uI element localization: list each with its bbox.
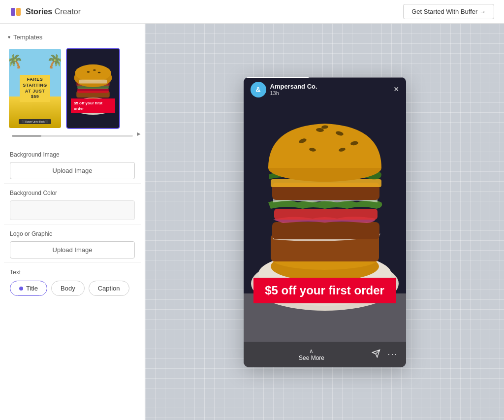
scroll-right-arrow[interactable]: ▶ bbox=[137, 131, 141, 136]
story-username: Ampersand Co. bbox=[270, 83, 394, 90]
text-tabs: Title Body Caption bbox=[10, 281, 135, 296]
body-tab-label: Body bbox=[61, 285, 75, 292]
text-label: Text bbox=[10, 269, 135, 276]
app-header: Stories Creator Get Started With Buffer … bbox=[0, 0, 504, 24]
logo-graphic-section: Logo or Graphic Upload Image bbox=[4, 224, 141, 262]
background-color-picker[interactable] bbox=[10, 200, 135, 220]
logo-text: Stories Creator bbox=[26, 7, 81, 16]
background-color-section: Background Color bbox=[4, 183, 141, 224]
template-card-beach-inner: 🌴 🌴 FARESSTARTINGAT JUST$59 ⬛ Swipe Up t… bbox=[9, 49, 61, 128]
templates-section-header[interactable]: ▾ Templates bbox=[4, 30, 141, 46]
title-tab-dot bbox=[19, 287, 23, 291]
svg-rect-14 bbox=[79, 80, 107, 84]
text-section: Text Title Body Caption bbox=[4, 262, 141, 302]
story-progress-bar bbox=[244, 77, 406, 78]
templates-scroll-area: ▶ bbox=[4, 135, 141, 145]
burger-scene-svg bbox=[244, 77, 406, 367]
canvas-area: & Ampersand Co. 13h × $5 off your first … bbox=[145, 24, 504, 420]
background-image-label: Background Image bbox=[10, 151, 135, 158]
template-card-burger-inner: $5 off your first order bbox=[67, 49, 119, 128]
story-image: & Ampersand Co. 13h × $5 off your first … bbox=[244, 77, 406, 367]
story-avatar: & bbox=[251, 82, 266, 97]
story-time: 13h bbox=[270, 90, 394, 96]
svg-rect-0 bbox=[11, 8, 15, 16]
template-beach-bg: 🌴 🌴 FARESSTARTINGAT JUST$59 ⬛ Swipe Up t… bbox=[9, 49, 61, 128]
buffer-cta-button[interactable]: Get Started With Buffer → bbox=[403, 4, 494, 19]
see-more-area: ∧ See More bbox=[252, 348, 372, 361]
stories-logo-icon bbox=[10, 6, 22, 18]
logo-area: Stories Creator bbox=[10, 6, 81, 18]
background-color-label: Background Color bbox=[10, 190, 135, 196]
caption-tab-label: Caption bbox=[98, 285, 120, 292]
story-progress-fill bbox=[244, 77, 309, 78]
templates-grid: 🌴 🌴 FARESSTARTINGAT JUST$59 ⬛ Swipe Up t… bbox=[4, 46, 141, 135]
sidebar: ▾ Templates 🌴 🌴 FARESSTARTINGAT JUST$59 … bbox=[0, 24, 145, 420]
main-layout: ▾ Templates 🌴 🌴 FARESSTARTINGAT JUST$59 … bbox=[0, 24, 504, 420]
templates-label: Templates bbox=[13, 33, 42, 41]
upload-background-image-button[interactable]: Upload Image bbox=[10, 162, 135, 179]
svg-point-12 bbox=[93, 69, 96, 71]
svg-point-10 bbox=[75, 65, 111, 82]
story-close-button[interactable]: × bbox=[394, 84, 399, 95]
text-tab-title[interactable]: Title bbox=[10, 281, 47, 296]
title-tab-label: Title bbox=[26, 285, 38, 292]
templates-arrow: ▾ bbox=[8, 34, 10, 40]
template-beach-text: FARESSTARTINGAT JUST$59 bbox=[20, 75, 50, 102]
template-beach-footer: ⬛ Swipe Up to Book ⬛ bbox=[19, 119, 52, 124]
template-burger-image bbox=[67, 49, 119, 128]
svg-rect-23 bbox=[274, 209, 378, 220]
story-footer-icons: ··· bbox=[372, 349, 398, 360]
story-header: & Ampersand Co. 13h × bbox=[244, 77, 406, 101]
sidebar-scrollbar-thumb bbox=[12, 135, 41, 137]
see-more-label: See More bbox=[299, 355, 324, 361]
svg-point-11 bbox=[87, 71, 90, 73]
template-card-burger[interactable]: $5 off your first order bbox=[66, 48, 120, 129]
template-burger-bg: $5 off your first order bbox=[67, 49, 119, 128]
story-caption-text: $5 off your first order bbox=[253, 278, 396, 303]
story-phone-mockup: & Ampersand Co. 13h × $5 off your first … bbox=[244, 77, 406, 367]
logo-graphic-label: Logo or Graphic bbox=[10, 230, 135, 237]
story-user-info: Ampersand Co. 13h bbox=[270, 83, 394, 96]
upload-logo-image-button[interactable]: Upload Image bbox=[10, 241, 135, 258]
palm-right-icon: 🌴 bbox=[44, 52, 62, 72]
sidebar-inner: ▾ Templates 🌴 🌴 FARESSTARTINGAT JUST$59 … bbox=[0, 24, 145, 420]
see-more-arrow-icon: ∧ bbox=[309, 348, 314, 355]
background-image-section: Background Image Upload Image bbox=[4, 145, 141, 183]
story-footer: ∧ See More ··· bbox=[244, 342, 406, 367]
send-icon[interactable] bbox=[372, 349, 380, 360]
template-burger-text: $5 off your first order bbox=[71, 98, 115, 113]
palm-left-icon: 🌴 bbox=[8, 52, 26, 72]
svg-point-13 bbox=[98, 72, 101, 73]
template-card-beach[interactable]: 🌴 🌴 FARESSTARTINGAT JUST$59 ⬛ Swipe Up t… bbox=[8, 48, 62, 129]
svg-rect-22 bbox=[272, 222, 379, 239]
text-tab-caption[interactable]: Caption bbox=[89, 281, 129, 296]
svg-rect-1 bbox=[16, 8, 21, 16]
sidebar-scrollbar bbox=[12, 135, 133, 137]
more-options-icon[interactable]: ··· bbox=[387, 349, 398, 359]
text-tab-body[interactable]: Body bbox=[51, 281, 85, 296]
